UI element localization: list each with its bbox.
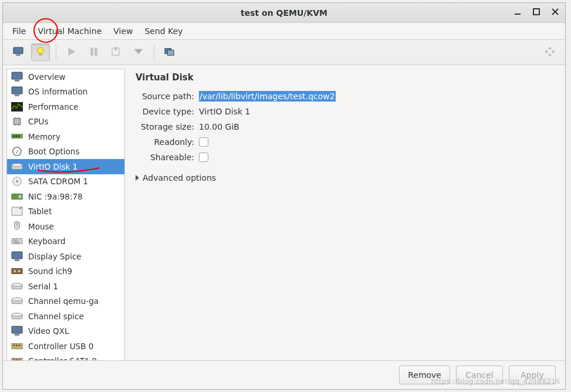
sidebar-item-overview[interactable]: Overview (7, 69, 124, 85)
svg-rect-4 (13, 47, 23, 53)
storage-size-value: 10.00 GiB (199, 122, 239, 131)
sidebar-item-sata-cdrom-1[interactable]: SATA CDROM 1 (7, 174, 124, 190)
shareable-checkbox[interactable] (199, 153, 208, 162)
sidebar-item-controller-sata-0[interactable]: Controller SATA 0 (7, 354, 124, 361)
sidebar-item-virtio-disk-1[interactable]: VirtIO Disk 1 (7, 159, 124, 174)
sidebar-item-tablet[interactable]: Tablet (7, 204, 124, 219)
source-path-label: Source path: (139, 92, 199, 101)
shutdown-menu-button[interactable] (129, 43, 148, 61)
svg-rect-21 (15, 80, 19, 82)
svg-rect-7 (39, 53, 42, 55)
svg-rect-54 (15, 259, 19, 261)
pause-icon (89, 46, 99, 59)
snapshots-button[interactable] (160, 43, 179, 61)
cdrom-icon (11, 175, 23, 188)
svg-rect-51 (16, 240, 17, 241)
sidebar-item-label: Video QXL (28, 326, 69, 336)
advanced-options-toggle[interactable]: Advanced options (136, 173, 555, 183)
readonly-checkbox[interactable] (199, 137, 208, 147)
mem-icon (11, 130, 23, 143)
svg-marker-18 (545, 50, 548, 53)
sidebar-item-mouse[interactable]: Mouse (7, 219, 124, 234)
maximize-button[interactable] (530, 5, 543, 18)
details-button[interactable] (31, 43, 50, 61)
os-icon (11, 85, 23, 98)
tablet-icon (11, 205, 23, 218)
svg-rect-48 (12, 239, 22, 244)
run-button[interactable] (62, 43, 81, 61)
sidebar-item-serial-1[interactable]: Serial 1 (7, 279, 124, 294)
svg-marker-8 (68, 48, 75, 56)
sidebar-item-label: Serial 1 (28, 282, 58, 291)
sidebar-item-memory[interactable]: Memory (7, 129, 124, 144)
svg-rect-35 (13, 135, 15, 137)
close-button[interactable] (549, 5, 562, 18)
sidebar-item-controller-usb-0[interactable]: Controller USB 0 (7, 339, 124, 354)
svg-point-6 (38, 47, 44, 53)
sidebar-item-label: Tablet (28, 207, 52, 216)
svg-rect-64 (12, 326, 22, 333)
source-path-value[interactable]: /var/lib/libvirt/images/test.qcow2 (199, 91, 336, 102)
svg-rect-53 (12, 252, 22, 259)
nic-icon (11, 190, 23, 203)
toolbar-separator (154, 45, 154, 60)
device-type-label: Device type: (139, 107, 199, 116)
bulb-icon (35, 46, 46, 59)
storage-size-label: Storage size: (139, 122, 199, 131)
fullscreen-button[interactable] (540, 43, 559, 61)
pause-button[interactable] (85, 43, 103, 61)
shutdown-button[interactable] (107, 43, 126, 61)
console-button[interactable] (9, 43, 28, 61)
sidebar-item-nic-9a-98-78[interactable]: NIC :9a:98:78 (7, 189, 124, 204)
sidebar-item-label: Controller USB 0 (28, 342, 93, 351)
toolbar-separator (56, 45, 56, 60)
svg-rect-52 (14, 242, 19, 243)
sidebar-item-channel-spice[interactable]: Channel spice (7, 309, 124, 324)
channel-icon (11, 310, 23, 323)
sidebar-item-performance[interactable]: Performance (7, 99, 124, 114)
sidebar-item-sound-ich9[interactable]: Sound ich9 (7, 264, 124, 279)
power-icon (111, 46, 121, 59)
sidebar-item-boot-options[interactable]: Boot Options (7, 144, 124, 160)
apply-button: Apply (509, 366, 556, 384)
menu-file[interactable]: File (8, 24, 31, 38)
device-type-value: VirtIO Disk 1 (199, 107, 250, 116)
svg-point-57 (18, 270, 21, 272)
cancel-button: Cancel (456, 366, 503, 384)
details-panel: Virtual Disk Source path: /var/lib/libvi… (125, 65, 565, 360)
remove-button[interactable]: Remove (399, 366, 450, 384)
sidebar-item-label: NIC :9a:98:78 (28, 192, 83, 201)
menu-view[interactable]: View (109, 24, 137, 38)
svg-rect-65 (15, 334, 19, 336)
sidebar-item-video-qxl[interactable]: Video QXL (7, 324, 124, 339)
sidebar-item-cpus[interactable]: CPUs (7, 114, 124, 130)
svg-point-56 (14, 270, 16, 272)
menu-virtual-machine[interactable]: Virtual Machine (33, 24, 106, 38)
svg-rect-9 (90, 48, 93, 56)
hardware-list[interactable]: OverviewOS informationPerformanceCPUsMem… (7, 69, 124, 361)
svg-marker-16 (548, 46, 551, 49)
minimize-button[interactable] (511, 5, 524, 18)
menu-send-key[interactable]: Send Key (140, 24, 187, 38)
window-title: test on QEMU/KVM (3, 8, 565, 18)
sidebar-item-label: Channel qemu-ga (28, 296, 99, 306)
sidebar-item-label: Performance (28, 102, 79, 111)
sidebar-item-keyboard[interactable]: Keyboard (7, 234, 124, 249)
perf-icon (11, 100, 23, 113)
sidebar-item-channel-qemu-ga[interactable]: Channel qemu-ga (7, 294, 124, 309)
mouse-icon (11, 220, 23, 233)
readonly-label: Readonly: (139, 137, 199, 147)
svg-rect-22 (12, 87, 22, 94)
svg-rect-15 (167, 50, 174, 55)
svg-rect-44 (19, 195, 22, 198)
sidebar-item-label: Sound ich9 (28, 266, 72, 276)
sidebar-item-label: Memory (28, 132, 60, 141)
svg-rect-20 (12, 72, 22, 79)
sidebar-item-os-information[interactable]: OS information (7, 85, 124, 100)
snapshots-icon (164, 46, 175, 59)
sidebar-item-label: Boot Options (28, 147, 79, 156)
sidebar-item-display-spice[interactable]: Display Spice (7, 249, 124, 264)
menubar: File Virtual Machine View Send Key (3, 23, 565, 39)
svg-marker-17 (548, 54, 551, 56)
svg-point-40 (12, 163, 22, 166)
